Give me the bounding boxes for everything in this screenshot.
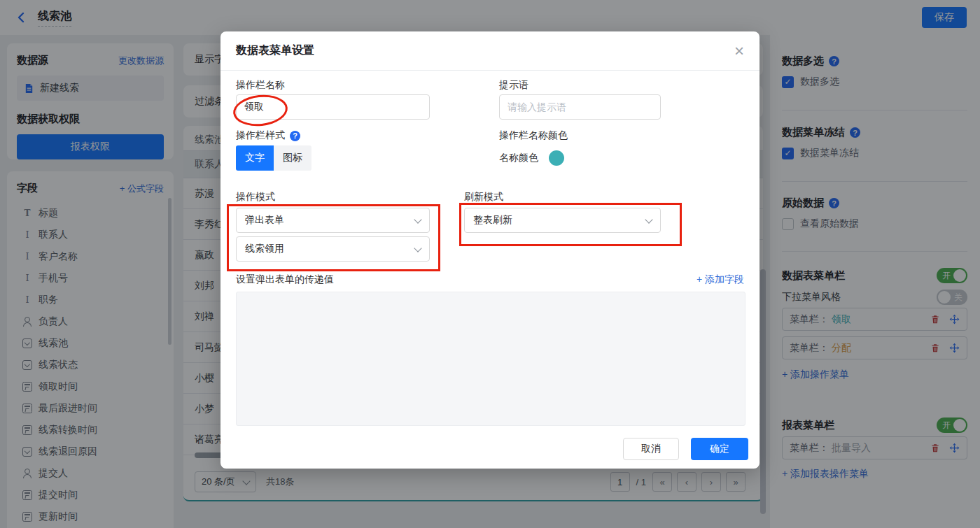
cancel-button[interactable]: 取消 xyxy=(623,438,679,460)
refresh-mode-label: 刷新模式 xyxy=(464,191,503,204)
action-name-input[interactable] xyxy=(236,94,430,120)
action-style-label-text: 操作栏样式 xyxy=(236,129,285,142)
name-color-section-label: 操作栏名称颜色 xyxy=(499,129,568,142)
chevron-down-icon xyxy=(645,215,652,223)
help-icon[interactable]: ? xyxy=(290,131,300,141)
style-segmented-control: 文字 图标 xyxy=(236,145,312,171)
chevron-down-icon xyxy=(414,244,421,252)
confirm-button[interactable]: 确定 xyxy=(691,438,748,460)
action-mode-select[interactable]: 弹出表单 xyxy=(236,208,430,233)
dialog-title: 数据表菜单设置 xyxy=(236,43,314,58)
form-select-value: 线索领用 xyxy=(245,243,284,255)
close-icon[interactable]: × xyxy=(734,43,744,59)
refresh-mode-select[interactable]: 整表刷新 xyxy=(464,208,661,233)
action-mode-value: 弹出表单 xyxy=(245,214,284,227)
action-name-label: 操作栏名称 xyxy=(236,79,285,92)
page-scrollbar[interactable] xyxy=(760,269,766,514)
action-mode-label: 操作模式 xyxy=(236,191,275,204)
transfer-value-label: 设置弹出表单的传递值 xyxy=(236,273,334,286)
chevron-down-icon xyxy=(414,215,421,223)
color-swatch[interactable] xyxy=(549,150,564,166)
transfer-value-area[interactable] xyxy=(236,292,746,426)
form-select[interactable]: 线索领用 xyxy=(236,236,430,262)
style-icon-option[interactable]: 图标 xyxy=(274,145,312,171)
name-color-label: 名称颜色 xyxy=(499,152,538,164)
add-field-link[interactable]: + 添加字段 xyxy=(696,273,744,286)
menu-settings-dialog: 数据表菜单设置 × 操作栏名称 提示语 操作栏样式 ? 文字 图标 操作栏名称颜… xyxy=(220,31,760,469)
app-window: 线索池 保存 数据源 更改数据源 新建线索 数据获取权限 报表权限 字段 + 公… xyxy=(0,0,980,528)
action-style-label: 操作栏样式 ? xyxy=(236,129,300,142)
tip-label: 提示语 xyxy=(499,79,528,92)
tip-input[interactable] xyxy=(499,94,661,120)
name-color-row: 名称颜色 xyxy=(499,150,564,166)
style-text-option[interactable]: 文字 xyxy=(236,145,274,171)
refresh-mode-value: 整表刷新 xyxy=(473,214,512,227)
